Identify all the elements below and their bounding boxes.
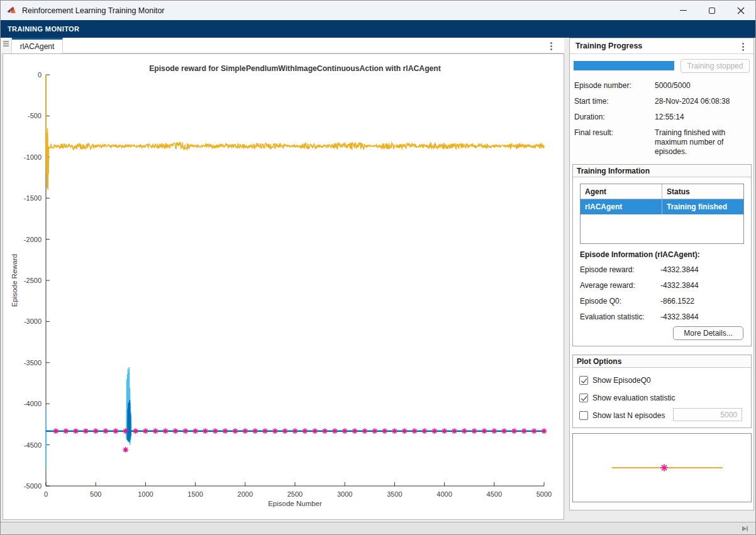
agent-cell: rlACAgent	[581, 199, 662, 214]
status-cell: Training finished	[662, 199, 743, 214]
panel-title: Training Progress	[575, 41, 642, 50]
plot-preview-graphic	[573, 434, 751, 502]
svg-text:1000: 1000	[138, 490, 153, 498]
kebab-menu-icon	[550, 45, 552, 47]
kebab-menu-icon	[742, 46, 744, 48]
tab-grip-strip[interactable]	[1, 38, 12, 53]
show-last-n-episodes-checkbox-row[interactable]: Show last N episodes	[579, 411, 665, 421]
close-icon	[737, 7, 745, 14]
svg-text:2500: 2500	[287, 490, 303, 498]
more-details-button[interactable]: More Details...	[673, 326, 743, 340]
checkbox-label: Show evaluation statistic	[592, 394, 675, 402]
svg-text:-3000: -3000	[24, 317, 42, 325]
field-value: -4332.3844	[660, 281, 756, 290]
svg-text:2000: 2000	[238, 490, 253, 498]
field-label: Final result:	[574, 128, 655, 157]
maximize-icon	[709, 8, 715, 14]
checkbox-icon[interactable]	[579, 394, 588, 402]
expand-panel-button[interactable]	[739, 524, 750, 533]
svg-text:Episode Reward: Episode Reward	[11, 254, 18, 307]
svg-text:1500: 1500	[187, 490, 203, 498]
svg-text:-4500: -4500	[24, 441, 42, 449]
toolstrip-tab-training-monitor[interactable]: TRAINING MONITOR	[1, 25, 86, 33]
toolstrip: TRAINING MONITOR	[1, 20, 755, 38]
show-episodeq0-checkbox-row[interactable]: Show EpisodeQ0	[579, 375, 651, 385]
training-stopped-button[interactable]: Training stopped	[681, 59, 750, 73]
episode-reward-chart: 0500100015002000250030003500400045005000…	[3, 54, 564, 519]
checkbox-icon[interactable]	[579, 411, 588, 420]
window-title-bar: Reinforcement Learning Training Monitor	[1, 1, 755, 20]
progress-fill	[574, 61, 674, 70]
plot-preview-panel	[572, 433, 752, 502]
average-reward-row: Average reward: -4332.3844	[580, 281, 756, 290]
checkbox-label: Show last N episodes	[592, 411, 665, 420]
subpanel-header: Plot Options	[573, 355, 751, 368]
evaluation-statistic-row: Evaluation statistic: -4332.3844	[580, 312, 756, 322]
table-header-row: Agent Status	[581, 184, 743, 199]
episode-q0-row: Episode Q0: -866.1522	[580, 297, 756, 306]
tab-label: rlACAgent	[20, 42, 55, 51]
svg-text:500: 500	[90, 490, 101, 498]
svg-text:4500: 4500	[487, 490, 502, 498]
document-tab-bar: rlACAgent	[1, 38, 564, 53]
close-button[interactable]	[726, 1, 755, 20]
svg-text:3000: 3000	[337, 490, 352, 498]
status-bar	[1, 522, 755, 534]
chart-panel: 0500100015002000250030003500400045005000…	[3, 53, 564, 520]
svg-text:0: 0	[44, 490, 48, 498]
skip-forward-icon	[741, 525, 748, 532]
svg-text:-1500: -1500	[24, 194, 42, 202]
svg-text:4000: 4000	[436, 490, 452, 498]
subpanel-title: Plot Options	[577, 357, 621, 366]
field-value: 5000/5000	[655, 81, 750, 91]
field-label: Start time:	[574, 97, 655, 106]
training-information-panel: Training Information Agent Status rlACAg…	[572, 164, 752, 346]
field-label: Duration:	[574, 113, 655, 122]
column-header-agent[interactable]: Agent	[581, 184, 662, 199]
field-value: 28-Nov-2024 06:08:38	[655, 97, 750, 106]
field-label: Evaluation statistic:	[580, 312, 660, 322]
svg-text:-2500: -2500	[24, 277, 42, 284]
panel-header: Training Progress	[570, 38, 753, 54]
field-label: Episode number:	[574, 81, 655, 91]
agent-status-table: Agent Status rlACAgent Training finished	[580, 184, 744, 244]
grip-icon	[3, 41, 9, 42]
subpanel-header: Training Information	[573, 165, 751, 177]
tab-rlacagent[interactable]: rlACAgent	[12, 38, 63, 53]
maximize-button[interactable]	[698, 1, 726, 20]
start-time-row: Start time: 28-Nov-2024 06:08:38	[574, 97, 750, 106]
field-label: Episode Q0:	[580, 297, 660, 306]
checkbox-icon[interactable]	[579, 376, 588, 385]
field-label: Episode reward:	[580, 265, 660, 275]
show-evaluation-statistic-checkbox-row[interactable]: Show evaluation statistic	[579, 393, 675, 403]
field-value: -866.1522	[660, 297, 756, 306]
duration-row: Duration: 12:55:14	[574, 113, 750, 122]
svg-text:-500: -500	[28, 112, 42, 119]
table-row-rlacagent[interactable]: rlACAgent Training finished	[581, 199, 743, 214]
svg-text:0: 0	[38, 71, 42, 79]
column-header-status[interactable]: Status	[662, 184, 743, 199]
preview-evaluation-marker	[660, 464, 668, 472]
field-value: -4332.3844	[660, 312, 756, 322]
last-n-episodes-input[interactable]	[673, 408, 742, 421]
svg-text:-5000: -5000	[24, 482, 42, 490]
panel-menu-button[interactable]	[738, 41, 747, 52]
matlab-logo-icon	[6, 6, 17, 15]
episode-reward-row: Episode reward: -4332.3844	[580, 265, 756, 275]
svg-text:Episode Number: Episode Number	[268, 500, 322, 507]
svg-text:-4000: -4000	[24, 400, 42, 407]
field-value: -4332.3844	[660, 265, 756, 275]
field-value: 12:55:14	[655, 113, 750, 122]
episode-info-title: Episode Information (rlACAgent):	[580, 250, 700, 259]
minimize-button[interactable]	[669, 1, 698, 20]
svg-text:5000: 5000	[536, 490, 552, 498]
checkbox-label: Show EpisodeQ0	[592, 376, 651, 385]
field-value: Training finished with maximum number of…	[655, 128, 750, 157]
svg-text:-2000: -2000	[24, 236, 42, 243]
window-title: Reinforcement Learning Training Monitor	[22, 6, 165, 15]
episode-number-row: Episode number: 5000/5000	[574, 81, 750, 91]
tab-bar-menu-button[interactable]	[547, 41, 555, 51]
svg-text:Episode reward for SimplePendl: Episode reward for SimplePendlumWithImag…	[149, 64, 441, 73]
field-label: Average reward:	[580, 281, 660, 290]
svg-text:-3500: -3500	[24, 359, 42, 367]
